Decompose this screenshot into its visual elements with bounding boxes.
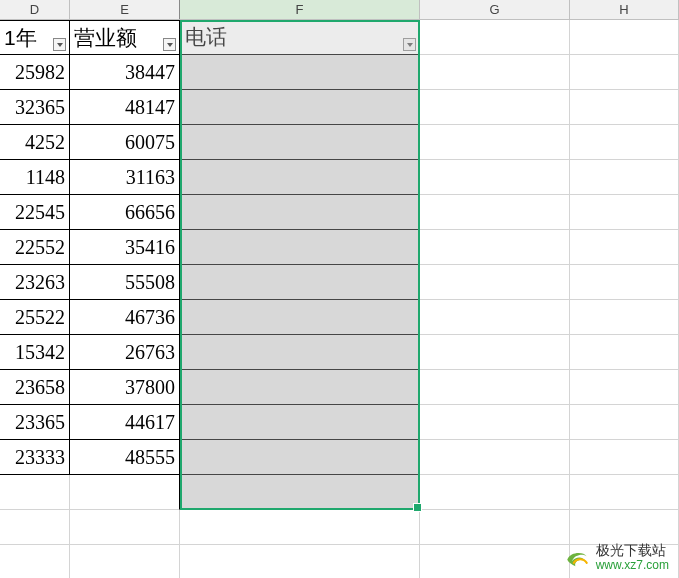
header-cell-f[interactable]: 电话 (180, 20, 420, 55)
cell-e[interactable]: 38447 (70, 55, 180, 90)
empty-cell[interactable] (570, 370, 679, 405)
empty-cell[interactable] (570, 440, 679, 475)
empty-cell[interactable] (570, 405, 679, 440)
logo-icon (564, 545, 590, 571)
empty-cell[interactable] (0, 475, 70, 510)
cell-d[interactable]: 22545 (0, 195, 70, 230)
empty-cell[interactable] (570, 475, 679, 510)
cell-e[interactable]: 48147 (70, 90, 180, 125)
cell-f[interactable] (180, 300, 420, 335)
empty-cell[interactable] (420, 230, 570, 265)
filter-icon[interactable] (403, 38, 416, 51)
empty-cell[interactable] (420, 440, 570, 475)
empty-cell[interactable] (570, 90, 679, 125)
table-row: 25982 38447 (0, 55, 679, 90)
empty-cell[interactable] (420, 195, 570, 230)
cell-e[interactable]: 66656 (70, 195, 180, 230)
cell-d[interactable]: 22552 (0, 230, 70, 265)
header-cell-e[interactable]: 营业额 (70, 20, 180, 55)
empty-cell[interactable] (420, 160, 570, 195)
empty-cell[interactable] (570, 195, 679, 230)
cell-e[interactable]: 55508 (70, 265, 180, 300)
table-row: 23658 37800 (0, 370, 679, 405)
cell-e[interactable]: 44617 (70, 405, 180, 440)
empty-cell[interactable] (420, 510, 570, 545)
empty-cell[interactable] (420, 475, 570, 510)
data-area: 1年 营业额 电话 25982 38447 32365 48147 (0, 20, 679, 578)
cell-d[interactable]: 15342 (0, 335, 70, 370)
empty-cell[interactable] (70, 545, 180, 578)
empty-cell[interactable] (570, 230, 679, 265)
table-row: 32365 48147 (0, 90, 679, 125)
empty-cell[interactable] (570, 335, 679, 370)
cell-d[interactable]: 23658 (0, 370, 70, 405)
table-row: 23263 55508 (0, 265, 679, 300)
empty-cell[interactable] (70, 475, 180, 510)
empty-cell[interactable] (420, 405, 570, 440)
empty-cell[interactable] (420, 125, 570, 160)
cell-f[interactable] (180, 160, 420, 195)
empty-cell[interactable] (180, 510, 420, 545)
cell-d[interactable]: 23333 (0, 440, 70, 475)
cell-e[interactable]: 48555 (70, 440, 180, 475)
cell-d[interactable]: 1148 (0, 160, 70, 195)
empty-cell[interactable] (420, 545, 570, 578)
cell-f[interactable] (180, 475, 420, 510)
cell-f[interactable] (180, 195, 420, 230)
cell-f[interactable] (180, 405, 420, 440)
filter-icon[interactable] (53, 38, 66, 51)
table-row: 4252 60075 (0, 125, 679, 160)
filter-icon[interactable] (163, 38, 176, 51)
spreadsheet: D E F G H 1年 营业额 电话 25982 38447 (0, 0, 679, 578)
cell-f[interactable] (180, 335, 420, 370)
cell-d[interactable]: 32365 (0, 90, 70, 125)
header-label: 1年 (4, 24, 37, 52)
cell-f[interactable] (180, 440, 420, 475)
col-header-h[interactable]: H (570, 0, 679, 19)
cell-f[interactable] (180, 265, 420, 300)
empty-cell[interactable] (420, 370, 570, 405)
cell-d[interactable]: 23365 (0, 405, 70, 440)
empty-cell[interactable] (570, 125, 679, 160)
cell-e[interactable]: 31163 (70, 160, 180, 195)
cell-f[interactable] (180, 90, 420, 125)
cell-e[interactable]: 26763 (70, 335, 180, 370)
empty-cell[interactable] (0, 510, 70, 545)
watermark-url: www.xz7.com (596, 559, 669, 572)
empty-cell[interactable] (570, 160, 679, 195)
empty-cell[interactable] (570, 20, 679, 55)
empty-cell[interactable] (570, 55, 679, 90)
empty-cell[interactable] (570, 265, 679, 300)
empty-cell[interactable] (420, 265, 570, 300)
cell-f[interactable] (180, 230, 420, 265)
table-row: 23365 44617 (0, 405, 679, 440)
cell-f[interactable] (180, 125, 420, 160)
table-row (0, 510, 679, 545)
header-cell-d[interactable]: 1年 (0, 20, 70, 55)
cell-d[interactable]: 4252 (0, 125, 70, 160)
cell-e[interactable]: 35416 (70, 230, 180, 265)
cell-e[interactable]: 60075 (70, 125, 180, 160)
empty-cell[interactable] (180, 545, 420, 578)
cell-e[interactable]: 46736 (70, 300, 180, 335)
cell-d[interactable]: 25522 (0, 300, 70, 335)
empty-cell[interactable] (420, 90, 570, 125)
cell-e[interactable]: 37800 (70, 370, 180, 405)
col-header-f[interactable]: F (180, 0, 420, 19)
cell-f[interactable] (180, 55, 420, 90)
col-header-d[interactable]: D (0, 0, 70, 19)
cell-f[interactable] (180, 370, 420, 405)
empty-cell[interactable] (420, 20, 570, 55)
col-header-e[interactable]: E (70, 0, 180, 19)
empty-cell[interactable] (420, 300, 570, 335)
cell-d[interactable]: 23263 (0, 265, 70, 300)
empty-cell[interactable] (0, 545, 70, 578)
watermark-text: 极光下载站 www.xz7.com (596, 543, 669, 572)
empty-cell[interactable] (570, 510, 679, 545)
col-header-g[interactable]: G (420, 0, 570, 19)
empty-cell[interactable] (70, 510, 180, 545)
empty-cell[interactable] (570, 300, 679, 335)
cell-d[interactable]: 25982 (0, 55, 70, 90)
empty-cell[interactable] (420, 335, 570, 370)
empty-cell[interactable] (420, 55, 570, 90)
